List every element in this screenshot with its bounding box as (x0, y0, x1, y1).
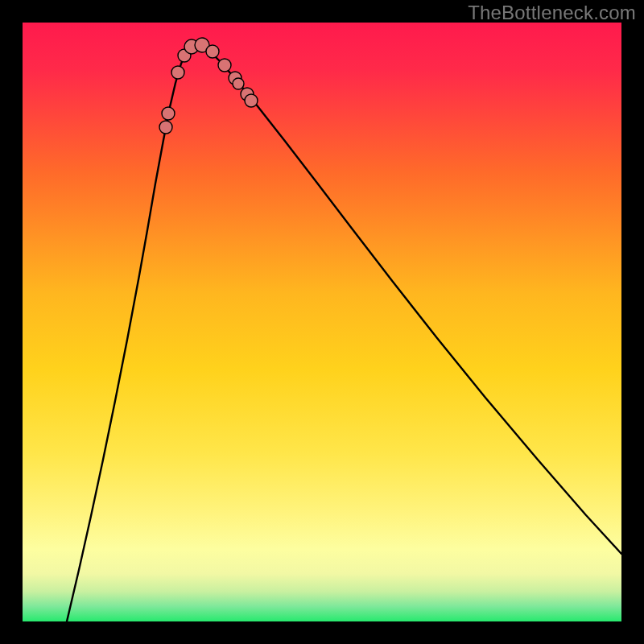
gradient-background (23, 23, 621, 621)
chart-svg (23, 23, 621, 621)
plot-area (23, 23, 621, 621)
watermark-text: TheBottleneck.com (468, 2, 636, 24)
curve-marker (171, 66, 184, 79)
curve-marker (206, 45, 219, 58)
curve-marker (159, 121, 172, 134)
outer-frame: TheBottleneck.com (0, 0, 644, 644)
curve-marker (162, 107, 175, 120)
curve-marker (218, 59, 231, 72)
curve-marker (245, 94, 258, 107)
curve-marker (233, 78, 244, 89)
